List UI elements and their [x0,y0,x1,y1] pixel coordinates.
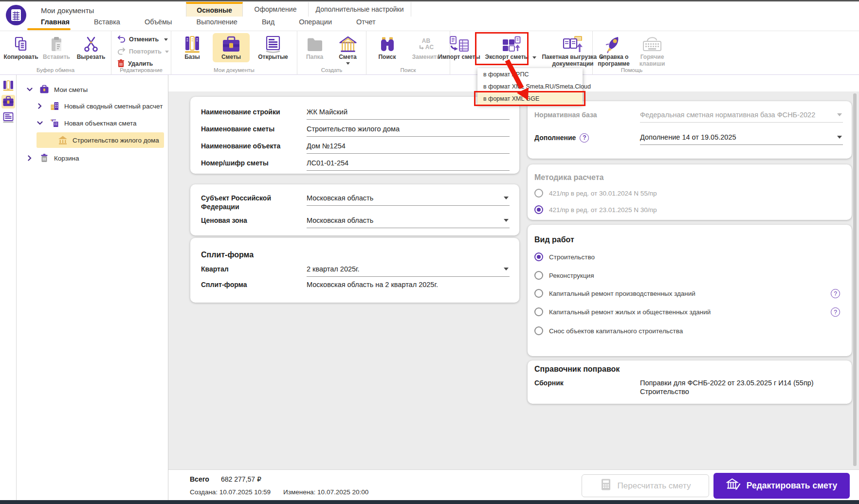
split-form-value: Московская область на 2 квартал 2025г. [307,281,510,292]
rail-bases-icon[interactable] [1,79,15,92]
menu-tab-view[interactable]: Вид [262,18,274,26]
work-type-option-row[interactable]: Снос объектов капитального строительства [534,326,683,335]
chevron-down-icon[interactable] [26,88,33,91]
paste-icon [48,35,65,54]
app-window: Мои документы Главная Вставка Объёмы Вып… [0,0,859,504]
cut-button[interactable]: Вырезать [73,33,109,62]
help-icon[interactable]: ? [831,289,840,298]
binoculars-icon [378,35,397,54]
normative-base-card: Нормативная база Федеральная сметная нор… [528,101,852,159]
group-label-create: Создать [297,67,366,73]
tab-extra-settings[interactable]: Дополнительные настройки [309,2,411,17]
copy-button[interactable]: Копировать [2,33,39,62]
menu-tab-main[interactable]: Главная [41,18,70,26]
group-label-help: Помощь [593,67,671,73]
vertical-scrollbar[interactable] [853,93,857,466]
rail-opened-icon[interactable] [1,111,15,125]
ribbon-group-create: Папка Смета Создать [297,31,366,75]
undo-dropdown-icon[interactable] [164,38,168,41]
document-tree: Мои сметы Новый сводный сметный расчет Н… [17,75,168,500]
work-type-option-row[interactable]: Капитальный ремонт производственных здан… [534,289,695,298]
edit-house-icon [726,478,741,494]
work-type-option-row[interactable]: Реконструкция [534,271,594,280]
chevron-right-icon[interactable] [37,103,43,109]
field-label: Сборник [534,379,640,388]
chevron-down-icon [504,268,509,270]
menu-tab-execution[interactable]: Выполнение [197,18,238,26]
menu-tab-report[interactable]: Отчет [356,18,376,26]
about-button[interactable]: Справка о программе [595,33,632,69]
construction-name-input[interactable]: ЖК Майский [307,108,510,120]
method-option-row: 421/пр в ред. от 30.01.2024 N 55/пр [534,189,657,198]
price-zone-select[interactable]: Московская область [307,216,510,228]
method-title: Методика расчета [534,173,603,182]
import-estimate-button[interactable]: Импорт сметы [437,33,481,62]
bases-button[interactable]: Базы [175,33,210,62]
new-folder-button: Папка [301,33,329,62]
menu-item-arps[interactable]: в формат АРПС [477,68,583,80]
menu-tab-volumes[interactable]: Объёмы [145,18,172,26]
bases-books-icon [183,35,201,54]
normative-base-select: Федеральная сметная нормативная база ФСН… [640,111,843,123]
briefcase-icon [221,35,241,54]
window-bottom-edge [0,500,859,504]
radio-unchecked-icon [534,326,543,335]
briefcase-icon [39,84,50,95]
scissors-icon [83,35,99,54]
help-icon[interactable]: ? [580,133,589,143]
copy-icon [13,35,29,54]
calculator-icon [600,478,612,493]
estimate-number-input[interactable]: ЛС01-01-254 [307,159,510,171]
field-label: Наименование стройки [201,108,307,117]
trash-icon [39,153,50,163]
chevron-down-icon[interactable] [37,121,43,125]
tree-item-my-estimates[interactable]: Мои сметы [26,82,88,97]
help-icon[interactable]: ? [831,307,840,317]
redo-icon [117,47,126,56]
chevron-down-icon [837,136,842,139]
opened-button[interactable]: Открытые [253,33,293,62]
quarter-select[interactable]: 2 квартал 2025г. [307,265,510,277]
group-label-search: Поиск [366,67,450,73]
search-button[interactable]: Поиск [373,33,402,62]
tab-design[interactable]: Оформление [243,2,309,17]
estimate-house-icon [338,35,358,54]
tree-item-label: Корзина [54,155,79,162]
tree-item-summary-estimate[interactable]: Новый сводный сметный расчет [37,98,163,114]
group-label-clipboard: Буфер обмена [0,67,111,73]
tree-item-trash[interactable]: Корзина [26,150,79,166]
rail-estimates-icon[interactable] [1,95,15,108]
new-estimate-dropdown-icon[interactable] [346,62,350,65]
menu-tab-insert[interactable]: Вставка [94,18,120,26]
estimate-name-input[interactable]: Строительство жилого дома [307,125,510,137]
menu-item-xml-gge[interactable]: в формат XML GGE [477,92,583,105]
hotkeys-button: Горячие клавиши [636,33,668,69]
new-estimate-button[interactable]: Смета [333,33,363,66]
corrections-value: Поправки для ФСНБ-2022 от 23.05.2025 г И… [640,379,843,399]
titlebar: Мои документы Главная Вставка Объёмы Вып… [0,1,859,31]
supplement-select[interactable]: Дополнение 14 от 19.05.2025 [640,133,843,145]
corrections-card: Справочник поправок Сборник Поправки для… [528,360,852,404]
house-icon [57,135,68,145]
export-estimate-button[interactable]: Экспорт сметы [483,33,538,62]
rocket-icon [604,35,623,54]
estimates-button[interactable]: Сметы [213,33,250,62]
menu-item-xml-smeta[interactable]: в формат XML Smeta.RU/Smeta.Cloud [477,80,583,92]
work-type-option-row[interactable]: Строительство [534,252,595,261]
export-dropdown-icon[interactable] [532,56,536,59]
subject-select[interactable]: Московская область [307,194,510,206]
tree-item-object-estimate[interactable]: Новая объектная смета [37,115,136,131]
tab-general[interactable]: Основные [186,2,243,17]
import-icon [448,35,470,54]
group-label-editing: Редактирование [111,67,171,73]
opened-documents-icon [264,35,282,54]
work-type-option-row[interactable]: Капитальный ремонт жилых и общественных … [534,307,711,316]
menu-tab-operations[interactable]: Операции [299,18,332,26]
undo-button[interactable]: Отменить [117,35,168,44]
ribbon-group-help: Справка о программе Горячие клавиши Помо… [593,31,671,75]
tree-item-local-estimate-selected[interactable]: Строительство жилого дома [57,132,159,148]
batch-export-icon [562,35,584,54]
edit-estimate-button[interactable]: Редактировать смету [713,473,850,499]
object-name-input[interactable]: Дом №1254 [307,142,510,154]
chevron-right-icon[interactable] [26,155,33,161]
